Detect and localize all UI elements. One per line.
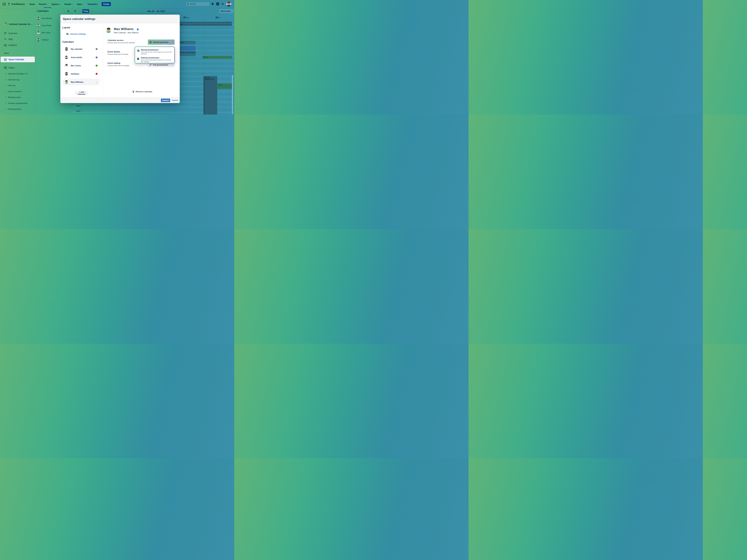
sidebar-page-item[interactable]: •How-to articles	[0, 89, 35, 94]
sidebar-page-item[interactable]: •Product requirements	[0, 101, 35, 105]
layout-heading: Layout	[62, 26, 70, 29]
bullet-icon: •	[6, 90, 8, 92]
color-dot[interactable]	[96, 65, 98, 66]
lock-icon	[137, 57, 139, 60]
general-settings-item[interactable]: General settings	[66, 33, 86, 35]
color-dot[interactable]	[96, 56, 98, 58]
nav-apps[interactable]: Apps	[77, 3, 84, 5]
day-header-thu[interactable]: 25Thu	[177, 16, 195, 19]
today-button[interactable]: Today	[82, 9, 89, 13]
nav-spaces[interactable]: Spaces	[52, 3, 60, 5]
nav-people[interactable]: People	[65, 3, 73, 5]
pages-icon	[4, 66, 7, 69]
color-dot[interactable]	[96, 48, 98, 50]
sidebar-item-analytics[interactable]: Analytics	[0, 43, 35, 47]
sidebar-item-blog[interactable]: ” Blog	[0, 37, 35, 42]
sidebar-page-item[interactable]: •Decision log	[0, 78, 35, 82]
event-busy[interactable]: Busy	[218, 83, 232, 89]
chevron-down-icon	[59, 3, 61, 5]
chevron-right-icon: ›	[6, 73, 8, 75]
calendar-access-dropdown: Shared permissions User with access to t…	[135, 47, 175, 63]
chevron-down-icon	[172, 42, 173, 43]
bullet-icon: •	[6, 96, 8, 98]
bullet-icon: •	[6, 84, 8, 86]
nav-recent[interactable]: Recent	[39, 3, 48, 5]
add-calendar-button[interactable]: + Add calendar	[75, 91, 88, 95]
prev-arrow-icon[interactable]: ←	[79, 10, 81, 12]
modal-calendar-ben-jones[interactable]: Ben Jones	[63, 62, 100, 69]
bullet-icon: •	[6, 108, 8, 110]
chevron-down-icon	[231, 10, 232, 12]
space-title[interactable]: Outlook Calendar for ...	[9, 23, 34, 25]
event-details-sub: Choose what can be viewed	[108, 53, 128, 55]
dropdown-option-shared-permissions[interactable]: Shared permissions User with access to t…	[135, 49, 174, 56]
sidebar-item-space-calendar[interactable]: Space Calendar	[1, 57, 35, 62]
refresh-icon[interactable]: ↻	[74, 9, 76, 13]
sidebar-page-item[interactable]: •Meeting notes	[0, 95, 35, 99]
event-private-appointment[interactable]: Private appointment	[204, 76, 217, 114]
calendar-access-label: Calendar access	[108, 39, 124, 42]
sidebar-page-item[interactable]: •Retrospectives	[0, 107, 35, 111]
color-dot[interactable]	[96, 73, 98, 75]
day-header-fri[interactable]: 26Fri	[209, 16, 227, 19]
modal-title: Space calendar settings	[63, 17, 96, 21]
calendar-settings-gear-icon[interactable]: ⚙	[67, 9, 70, 13]
next-arrow-icon[interactable]: →	[91, 10, 93, 12]
submit-button[interactable]: Submit	[161, 99, 170, 102]
avatar	[65, 72, 68, 75]
help-icon[interactable]: ?	[216, 2, 219, 5]
nav-home[interactable]: Home	[29, 3, 35, 5]
detail-subtitle: Main Calendar - Max Williams	[114, 32, 139, 34]
event-editing-sub: Choose what can be changed	[108, 65, 129, 66]
sidebar-item-overview[interactable]: Overview	[0, 31, 35, 35]
modal-body: Layout General settings Calendars My cal…	[60, 23, 180, 97]
settings-gear-icon[interactable]: ⚙	[222, 2, 224, 6]
apps-section-label: APPS	[4, 52, 9, 54]
scrollbar-thumb[interactable]	[232, 75, 233, 114]
nav-templates[interactable]: Templates	[87, 3, 98, 5]
modal-calendar-my-calendar[interactable]: My calendar	[63, 46, 100, 52]
avatar	[37, 38, 40, 41]
dropdown-option-outlook-permissions[interactable]: Outlook permissions Users with existing …	[135, 57, 174, 64]
analytics-icon	[4, 44, 7, 46]
quote-icon: ”	[4, 37, 7, 41]
sidebar-item-pages[interactable]: Pages	[0, 65, 35, 70]
modal-calendar-anna-smith[interactable]: Anna Smith	[63, 54, 100, 61]
avatar	[65, 47, 68, 51]
globe-icon	[149, 41, 152, 43]
brand-wordmark: Confluence	[11, 3, 25, 5]
space-calendar-settings-modal: Space calendar settings Layout General s…	[60, 15, 180, 103]
date-range-label: Mar 22 – 26, 2021	[144, 10, 168, 12]
event-details-label: Event details	[108, 51, 120, 53]
modal-header: Space calendar settings	[60, 15, 180, 23]
modal-footer: Submit Cancel	[60, 97, 180, 103]
app-grid-icon[interactable]	[3, 3, 5, 5]
cancel-button[interactable]: Cancel	[172, 99, 178, 101]
bullet-icon: •	[6, 79, 8, 81]
calendar-access-sub: Choose who can access the calendar	[108, 42, 135, 44]
overview-icon	[4, 32, 7, 34]
avatar	[37, 24, 40, 27]
calendar-icon	[4, 58, 7, 61]
detail-avatar	[106, 28, 111, 33]
active-tab-indicator	[44, 7, 51, 8]
avatar	[37, 31, 40, 34]
chevron-down-icon	[83, 3, 84, 5]
remove-calendar-button[interactable]: Remove calendar	[132, 90, 152, 93]
sidebar-page-item[interactable]: ›Use Cases	[0, 113, 35, 114]
event-busy[interactable]: Busy	[203, 56, 232, 59]
time-label: 11pm	[73, 110, 80, 112]
sidebar-page-item[interactable]: ›Internal Concetps / D...	[0, 72, 35, 76]
view-mode-select[interactable]: Work week	[219, 9, 233, 13]
trash-icon	[132, 90, 134, 93]
modal-calendar-max-williams[interactable]: Max Williams →	[63, 79, 100, 85]
notification-bell-icon[interactable]	[211, 3, 214, 6]
search-box[interactable]	[186, 2, 210, 6]
pencil-icon	[149, 64, 152, 66]
modal-calendar-holidays[interactable]: Holidays	[63, 71, 100, 77]
create-button[interactable]: Create	[102, 2, 111, 6]
sidebar-page-item[interactable]: •File lists	[0, 83, 35, 87]
calendar-access-select[interactable]: Shared permissi...	[148, 39, 175, 45]
search-input[interactable]	[190, 3, 206, 5]
user-avatar[interactable]	[226, 2, 231, 6]
